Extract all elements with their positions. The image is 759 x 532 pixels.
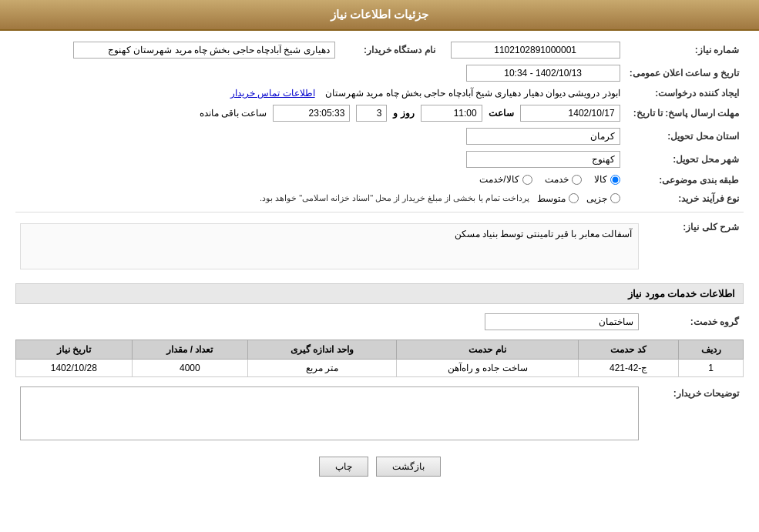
creator-label: ایجاد کننده درخواست: (625, 85, 744, 102)
deadline-time-input[interactable] (421, 105, 482, 122)
cell-unit: متر مربع (248, 359, 397, 376)
need-number-input[interactable] (451, 42, 620, 59)
button-group: بازگشت چاپ (15, 446, 744, 487)
date-input[interactable] (466, 65, 620, 82)
province-label: استان محل تحویل: (625, 125, 744, 148)
buyer-org-input[interactable] (73, 42, 335, 59)
need-number-label: شماره نیاز: (625, 38, 744, 62)
description-table: شرح کلی نیاز: آسفالت معابر با قیر تامینت… (15, 217, 744, 276)
col-row: ردیف (679, 340, 744, 359)
description-text: آسفالت معابر با قیر تامینتی توسط بنیاد م… (27, 229, 632, 239)
service-group-input[interactable] (485, 313, 639, 330)
deadline-days-input[interactable] (356, 105, 387, 122)
cell-code: ج-42-421 (579, 359, 679, 376)
services-section-title: اطلاعات خدمات مورد نیاز (15, 283, 744, 304)
buyer-notes-textarea[interactable] (20, 386, 639, 440)
days-label: روز و (393, 108, 414, 119)
category-option-khedmat[interactable]: خدمت (545, 174, 582, 185)
buyer-org-label: نام دستگاه خریدار: (340, 38, 440, 62)
creator-value: ابوذر درویشی دیوان دهیار دهیاری شیخ آباد… (325, 88, 620, 99)
buyer-notes-table: توضیحات خریدار: (15, 383, 744, 446)
page-title: جزئیات اطلاعات نیاز (331, 8, 428, 21)
remaining-label: ساعت باقی مانده (200, 108, 267, 119)
cell-name: ساخت جاده و راه‌آهن (396, 359, 578, 376)
city-input[interactable] (466, 151, 620, 168)
date-label: تاریخ و ساعت اعلان عمومی: (625, 62, 744, 85)
buyer-notes-label: توضیحات خریدار: (643, 383, 744, 446)
deadline-remaining-input[interactable] (273, 105, 350, 122)
province-input[interactable] (466, 128, 620, 145)
table-row: 1 ج-42-421 ساخت جاده و راه‌آهن متر مربع … (16, 359, 744, 376)
contact-link[interactable]: اطلاعات تماس خریدار (230, 88, 315, 99)
col-code: کد حدمت (579, 340, 679, 359)
col-unit: واحد اندازه گیری (248, 340, 397, 359)
purchase-note: پرداخت تمام یا بخشی از مبلغ خریدار از مح… (260, 193, 529, 203)
back-button[interactable]: بازگشت (376, 457, 441, 477)
purchase-jozi[interactable]: جزیی (586, 193, 620, 204)
print-button[interactable]: چاپ (319, 457, 368, 477)
service-group-label: گروه خدمت: (643, 310, 744, 333)
col-qty: تعداد / مقدار (132, 340, 247, 359)
services-data-table: ردیف کد حدمت نام حدمت واحد اندازه گیری ت… (15, 340, 744, 377)
category-option-both[interactable]: کالا/خدمت (479, 174, 532, 185)
deadline-label: مهلت ارسال پاسخ: تا تاریخ: (625, 102, 744, 125)
cell-row: 1 (679, 359, 744, 376)
cell-qty: 4000 (132, 359, 247, 376)
service-group-table: گروه خدمت: (15, 310, 744, 333)
time-label: ساعت (489, 108, 514, 119)
category-option-kala[interactable]: کالا (594, 174, 620, 185)
category-label: طبقه بندی موضوعی: (625, 171, 744, 190)
deadline-date-input[interactable] (520, 105, 620, 122)
main-info-table: شماره نیاز: نام دستگاه خریدار: تاریخ و س… (15, 38, 744, 207)
purchase-motevaset[interactable]: متوسط (537, 193, 579, 204)
col-name: نام حدمت (396, 340, 578, 359)
description-container: آسفالت معابر با قیر تامینتی توسط بنیاد م… (20, 223, 639, 269)
page-header: جزئیات اطلاعات نیاز (0, 0, 759, 31)
col-date: تاریخ نیاز (16, 340, 133, 359)
description-label: شرح کلی نیاز: (643, 217, 744, 276)
cell-date: 1402/10/28 (16, 359, 133, 376)
purchase-type-label: نوع فرآیند خرید: (625, 190, 744, 207)
city-label: شهر محل تحویل: (625, 148, 744, 171)
